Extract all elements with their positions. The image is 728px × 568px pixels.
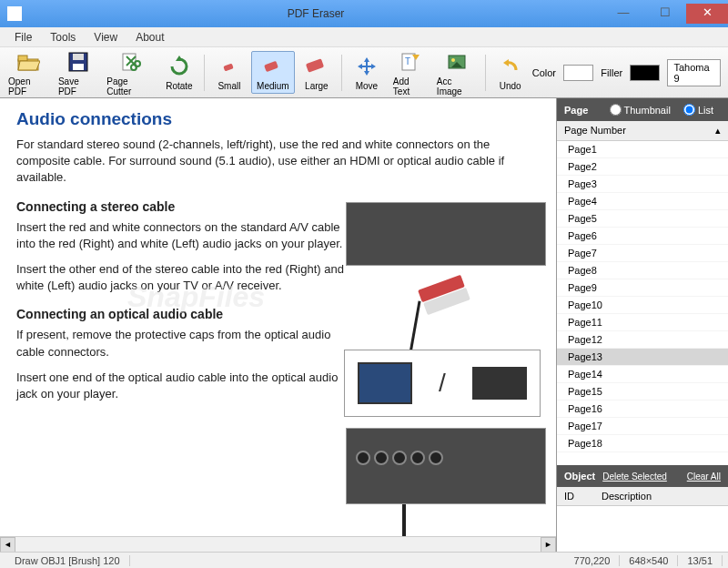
svg-marker-21 (503, 59, 509, 66)
toolbar-separator (204, 55, 205, 91)
horizontal-scrollbar[interactable]: ◄ ► (0, 536, 556, 552)
svg-rect-12 (264, 61, 278, 72)
svg-text:T: T (405, 56, 410, 66)
page-list-row[interactable]: Page9 (557, 279, 728, 297)
font-selector[interactable]: Tahoma 9 (667, 59, 721, 86)
eraser-large-button[interactable]: Large (295, 51, 339, 94)
page-list-row[interactable]: Page2 (557, 158, 728, 176)
page-list-row[interactable]: Page18 (557, 435, 728, 452)
content-area: Audio connections For standard stereo so… (0, 98, 728, 552)
page-list-row[interactable]: Page3 (557, 176, 728, 193)
page-list-row[interactable]: Page16 (557, 401, 728, 418)
undo-button[interactable]: Undo (489, 51, 532, 94)
page-list-row[interactable]: Page12 (557, 331, 728, 349)
maximize-button[interactable]: ☐ (644, 4, 686, 24)
list-radio[interactable] (683, 104, 695, 116)
undo-icon (498, 54, 523, 79)
filler-label: Filler (601, 67, 622, 78)
page-list-row[interactable]: Page4 (557, 193, 728, 210)
toolbar: Open PDF Save PDF Page Cutter Rotate Sma… (0, 47, 728, 98)
document-content: Audio connections For standard stereo so… (0, 98, 556, 422)
page-cutter-button[interactable]: Page Cutter (102, 46, 157, 99)
svg-point-19 (451, 58, 455, 62)
close-button[interactable]: ✕ (686, 4, 728, 24)
page-list-row[interactable]: Page6 (557, 228, 728, 245)
page-list[interactable]: Page1Page2Page3Page4Page5Page6Page7Page8… (557, 141, 728, 465)
page-list-row[interactable]: Page10 (557, 297, 728, 314)
add-text-icon: T (398, 49, 423, 75)
object-column-header: ID Description (557, 487, 728, 506)
svg-rect-1 (18, 56, 27, 61)
status-dimensions: 648×540 (620, 555, 678, 566)
eraser-medium-label: Medium (257, 81, 289, 91)
eraser-small-button[interactable]: Small (207, 51, 251, 94)
sort-up-icon[interactable]: ▴ (715, 125, 721, 137)
toolbar-right: Color Filler Tahoma 9 (532, 59, 724, 86)
rotate-icon (167, 54, 192, 79)
page-list-row[interactable]: Page5 (557, 210, 728, 228)
status-page: 13/51 (678, 555, 723, 566)
object-header-title: Object (564, 471, 595, 482)
move-button[interactable]: Move (345, 51, 389, 94)
rotate-button[interactable]: Rotate (157, 51, 201, 94)
menu-about[interactable]: About (126, 31, 173, 44)
toolbar-separator (341, 55, 342, 91)
thumbnail-label: Thumbnail (624, 105, 671, 116)
page-number-column: Page Number (564, 125, 626, 137)
object-list[interactable] (557, 506, 728, 552)
page-list-row[interactable]: Page8 (557, 262, 728, 279)
menubar: File Tools View About (0, 27, 728, 47)
move-icon (354, 54, 379, 79)
scroll-left-arrow[interactable]: ◄ (0, 537, 15, 552)
eraser-medium-button[interactable]: Medium (251, 51, 295, 94)
page-list-row[interactable]: Page14 (557, 366, 728, 383)
page-list-row[interactable]: Page17 (557, 418, 728, 435)
eraser-small-icon (217, 54, 242, 79)
document-pane[interactable]: Audio connections For standard stereo so… (0, 98, 557, 552)
undo-label: Undo (500, 81, 521, 91)
page-list-row[interactable]: Page15 (557, 383, 728, 401)
add-image-icon (444, 49, 470, 75)
menu-file[interactable]: File (5, 31, 41, 44)
status-coords: 770,220 (565, 555, 621, 566)
minimize-button[interactable]: — (602, 4, 644, 24)
scroll-right-arrow[interactable]: ► (541, 537, 556, 552)
page-list-row[interactable]: Page1 (557, 141, 728, 158)
optical-cable-diagram (402, 504, 406, 541)
menu-tools[interactable]: Tools (41, 31, 85, 44)
add-image-label: Acc Image (437, 76, 478, 96)
device-back-diagram (346, 428, 546, 504)
rotate-label: Rotate (166, 81, 192, 91)
save-pdf-label: Save PDF (58, 76, 97, 96)
thumbnail-radio[interactable] (610, 104, 622, 116)
svg-rect-11 (223, 63, 233, 71)
add-text-button[interactable]: T Add Text (389, 46, 432, 99)
save-pdf-button[interactable]: Save PDF (54, 46, 102, 99)
tv-receiver-diagram: / (344, 350, 541, 417)
doc-paragraph: Insert the other end of the stereo cable… (16, 261, 344, 294)
page-list-row[interactable]: Page13 (557, 349, 728, 366)
clear-all-link[interactable]: Clear All (687, 472, 721, 482)
add-image-button[interactable]: Acc Image (432, 46, 482, 99)
page-list-row[interactable]: Page7 (557, 245, 728, 262)
open-pdf-button[interactable]: Open PDF (4, 46, 54, 99)
add-text-label: Add Text (393, 76, 428, 96)
titlebar: PDF Eraser — ☐ ✕ (0, 0, 728, 27)
page-list-row[interactable]: Page11 (557, 314, 728, 331)
device-diagram (346, 202, 546, 266)
svg-rect-3 (73, 54, 84, 60)
delete-selected-link[interactable]: Delete Selected (602, 472, 667, 482)
doc-heading: Audio connections (16, 109, 540, 129)
menu-view[interactable]: View (85, 31, 126, 44)
color-label: Color (532, 67, 556, 78)
page-column-header: Page Number ▴ (557, 121, 728, 141)
side-panel: Page Thumbnail List Page Number ▴ Page1P… (557, 98, 728, 552)
move-label: Move (356, 81, 378, 91)
list-label: List (698, 105, 713, 116)
color-swatch[interactable] (563, 65, 593, 81)
svg-rect-13 (306, 58, 324, 73)
scroll-track[interactable] (15, 537, 541, 552)
filler-swatch[interactable] (630, 65, 660, 81)
page-panel-header: Page Thumbnail List (557, 98, 728, 121)
eraser-large-icon (304, 54, 329, 79)
